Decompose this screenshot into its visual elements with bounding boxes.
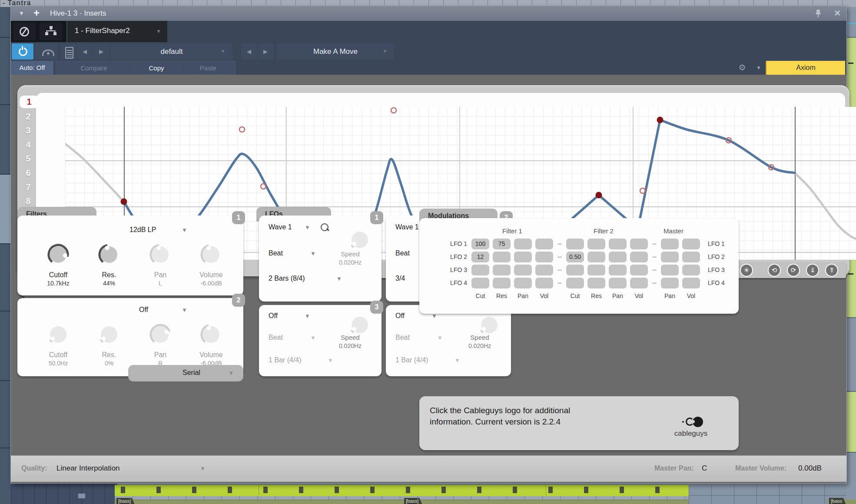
cableguys-logo-icon[interactable] [682,416,708,428]
mod-cell-lfo3-cut-0[interactable] [471,265,489,275]
mod-cell-lfo1-pan-2[interactable] [514,239,532,249]
mod-cell-lfo4-pan-2[interactable] [514,278,532,288]
mod-cell-lfo1-res-5[interactable] [587,239,605,249]
mod-cell-lfo2-vol-7[interactable] [630,252,648,262]
filter-2-res-knob[interactable] [95,321,123,350]
chevron-down-icon[interactable]: ▼ [182,307,187,313]
chevron-down-icon[interactable]: ▼ [182,227,187,233]
filter-2-mode-dropdown[interactable]: Off [139,306,148,314]
random-icon[interactable]: ✳ [740,264,753,277]
chevron-down-icon[interactable]: ▼ [328,357,333,364]
mod-cell-lfo4-pan-8[interactable] [661,278,679,288]
close-icon[interactable]: × [834,7,840,19]
auto-button[interactable]: Auto: Off [11,61,53,75]
chevron-down-icon[interactable]: ▼ [336,275,342,282]
lfo-2-wave-dropdown[interactable]: Wave 1 [395,223,419,231]
enable-button[interactable] [12,43,33,60]
lfo-4-rate-dropdown[interactable]: 1 Bar (4/4) [395,356,428,364]
master-pan-value[interactable]: C [702,464,707,473]
wave-node-inactive[interactable] [391,108,396,113]
mod-cell-lfo3-pan-8[interactable] [661,265,679,275]
mod-cell-lfo2-pan-6[interactable] [609,252,627,262]
lfo-3-rate-dropdown[interactable]: 1 Bar (4/4) [269,356,302,364]
lfo-3-wave-dropdown[interactable]: Off [269,312,278,320]
chevron-down-icon[interactable]: ▼ [310,250,316,257]
options-caret-button[interactable]: ▼ [751,61,766,75]
wave-node-inactive[interactable] [239,127,245,132]
lfo-4-wave-dropdown[interactable]: Off [395,312,405,320]
mod-cell-lfo1-pan-8[interactable] [661,239,679,249]
move-down-icon[interactable]: ⇓ [806,264,819,277]
copy-button[interactable]: Copy [133,61,180,75]
axiom-button[interactable]: Axiom [766,61,845,75]
mod-cell-lfo1-pan-6[interactable] [609,239,627,249]
mod-cell-lfo2-pan-2[interactable] [514,252,532,262]
mod-cell-lfo4-cut-4[interactable] [566,278,584,288]
listen-button[interactable] [35,43,58,60]
redo-icon[interactable]: ⟳ [787,264,800,277]
compare-button[interactable]: Compare [56,61,132,75]
filter-2-cutoff-knob[interactable] [44,321,72,350]
chevron-down-icon[interactable]: ▼ [437,335,443,341]
lfo-3-sync-dropdown[interactable]: Beat [269,334,283,342]
mod-cell-lfo1-vol-9[interactable] [682,239,700,249]
mod-cell-lfo3-res-1[interactable] [493,265,511,275]
mod-cell-lfo2-res-1[interactable] [493,252,511,262]
filter-routing-dropdown[interactable]: Serial ▼ [128,365,243,381]
window-collapse-caret-icon[interactable]: ▼ [19,10,24,17]
mod-cell-lfo3-pan-6[interactable] [609,265,627,275]
mod-cell-lfo1-res-1[interactable]: 75 [493,239,511,249]
mod-cell-lfo4-vol-3[interactable] [535,278,553,288]
wave-node[interactable] [657,117,664,123]
filter-1-cutoff-knob[interactable] [44,241,72,270]
filter-2-volume-knob[interactable] [197,321,225,350]
mod-cell-lfo4-res-1[interactable] [493,278,511,288]
add-insert-icon[interactable]: + [33,7,40,19]
chevron-down-icon[interactable]: ▼ [310,335,316,341]
plugin-selector-dropdown[interactable]: 1 - FilterShaper2 ▼ [67,21,167,42]
chevron-down-icon[interactable]: ▼ [305,224,310,231]
wave-slot-2[interactable]: 2 [20,112,37,122]
plugin-titlebar[interactable]: ▼ + Hive-1 3 · Inserts × [11,6,846,21]
routing-button[interactable] [40,23,62,40]
mod-cell-lfo4-res-5[interactable] [587,278,605,288]
chevron-down-icon[interactable]: ▼ [200,465,206,472]
chevron-down-icon[interactable]: ▼ [305,313,310,319]
prev-preset2-button[interactable]: ◀ [241,43,257,60]
paste-button[interactable]: Paste [181,61,236,75]
mod-cell-lfo4-cut-0[interactable] [471,278,489,288]
mod-cell-lfo2-res-5[interactable] [587,252,605,262]
lfo-4-sync-dropdown[interactable]: Beat [395,334,410,342]
mod-cell-lfo2-pan-8[interactable] [661,252,679,262]
wave-node[interactable] [596,192,602,199]
mod-cell-lfo1-vol-3[interactable] [535,239,553,249]
mod-cell-lfo3-cut-4[interactable] [566,265,584,275]
wave-slot-6[interactable]: 6 [20,168,37,178]
filter-1-mode-dropdown[interactable]: 12dB LP [129,226,156,234]
chevron-down-icon[interactable]: ▼ [431,313,437,319]
lfo-2-rate-dropdown[interactable]: 3/4 [395,275,405,282]
wave-slot-8[interactable]: 8 [20,196,37,206]
mod-cell-lfo2-vol-9[interactable] [682,252,700,262]
next-preset2-button[interactable]: ▶ [258,43,273,60]
wave-zoom-icon[interactable] [321,223,328,231]
wave-slot-7[interactable]: 7 [20,182,37,192]
prev-preset-button[interactable]: ◀ [77,43,93,60]
chevron-down-icon[interactable]: ▼ [455,357,460,364]
mod-cell-lfo1-cut-0[interactable]: 100 [471,239,489,249]
mod-cell-lfo4-vol-9[interactable] [682,278,700,288]
wave-slot-4[interactable]: 4 [20,140,37,150]
bypass-all-button[interactable] [13,23,36,40]
filter-1-volume-knob[interactable] [197,241,225,270]
mod-cell-lfo1-vol-7[interactable] [630,239,648,249]
preset-file-button[interactable] [60,43,76,60]
preset-dropdown[interactable]: default ▼ [111,43,232,60]
filter-1-res-knob[interactable] [95,241,123,270]
mod-cell-lfo3-res-5[interactable] [587,265,605,275]
mod-cell-lfo3-vol-7[interactable] [630,265,648,275]
wave-slot-5[interactable]: 5 [20,154,37,164]
lfo-1-sync-dropdown[interactable]: Beat [269,249,283,257]
mod-cell-lfo3-vol-9[interactable] [682,265,700,275]
mod-cell-lfo4-pan-6[interactable] [609,278,627,288]
undo-icon[interactable]: ⟲ [768,264,781,277]
